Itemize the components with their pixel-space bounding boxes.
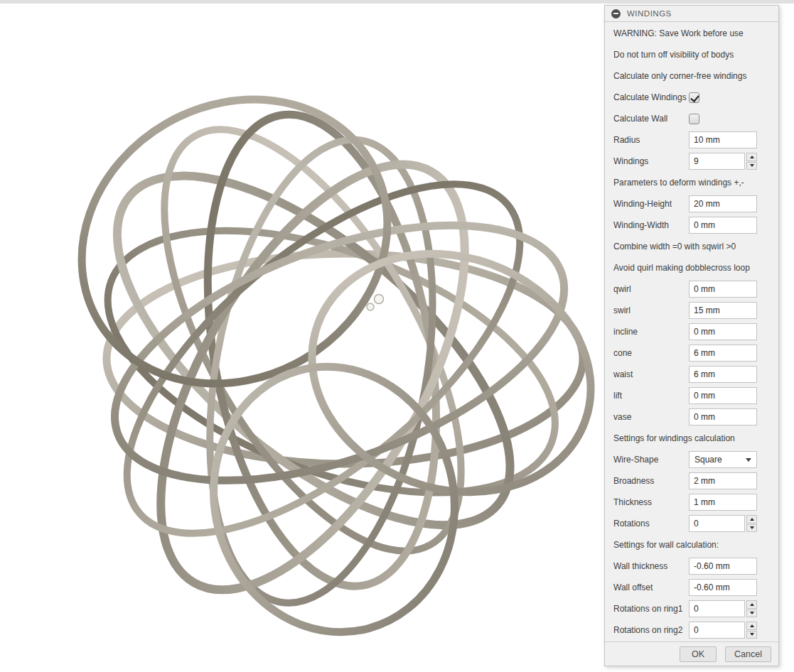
row-wire-shape: Wire-Shape Square bbox=[605, 449, 778, 470]
row-incline: incline bbox=[605, 321, 778, 342]
row-thickness: Thickness bbox=[605, 492, 778, 513]
cone-input[interactable] bbox=[689, 345, 757, 362]
broadness-label: Broadness bbox=[613, 476, 689, 486]
rotations-input[interactable] bbox=[689, 515, 745, 532]
dialog-footer: OK Cancel bbox=[605, 641, 778, 666]
row-rotations-ring2: Rotations on ring2 bbox=[605, 619, 778, 641]
calculate-windings-checkbox[interactable] bbox=[689, 92, 699, 103]
note-visibility: Do not turn off visibility of bodys bbox=[613, 50, 734, 60]
calculate-wall-label: Calculate Wall bbox=[613, 114, 689, 124]
rotations-spin-up[interactable] bbox=[746, 515, 757, 524]
row-calculate-windings: Calculate Windings bbox=[605, 87, 778, 108]
dialog-title: WINDINGS bbox=[627, 9, 672, 18]
wire-shape-value: Square bbox=[694, 455, 722, 465]
caret-up-icon bbox=[750, 518, 754, 521]
calculate-windings-label: Calculate Windings bbox=[613, 92, 689, 102]
section-windings-calc: Settings for windings calculation bbox=[613, 433, 735, 443]
windings-input[interactable] bbox=[689, 153, 745, 170]
row-wall-thickness: Wall thickness bbox=[605, 556, 778, 577]
windings-model bbox=[0, 4, 604, 672]
row-vase: vase bbox=[605, 406, 778, 428]
row-wall-offset: Wall offset bbox=[605, 577, 778, 598]
note-warning: WARNING: Save Work before use bbox=[613, 28, 744, 38]
section-combine: Combine width =0 with sqwirl >0 bbox=[613, 242, 736, 251]
windings-spin-up[interactable] bbox=[746, 153, 757, 161]
row-waist: waist bbox=[605, 364, 778, 385]
rotations-spin-down[interactable] bbox=[746, 524, 757, 533]
incline-label: incline bbox=[613, 327, 689, 337]
rotations-ring1-label: Rotations on ring1 bbox=[613, 604, 689, 614]
row-swirl: swirl bbox=[605, 300, 778, 321]
winding-height-input[interactable] bbox=[689, 195, 757, 212]
section-wall-calc: Settings for wall calculation: bbox=[613, 540, 719, 550]
rotations-label: Rotations bbox=[613, 519, 689, 529]
qwirl-label: qwirl bbox=[613, 284, 689, 294]
caret-up-icon bbox=[750, 603, 754, 606]
rotations-ring2-input[interactable] bbox=[689, 622, 745, 639]
wall-thickness-label: Wall thickness bbox=[613, 561, 689, 571]
radius-label: Radius bbox=[613, 135, 689, 145]
wall-offset-label: Wall offset bbox=[613, 582, 689, 592]
windings-spin-down[interactable] bbox=[746, 162, 757, 170]
caret-down-icon bbox=[750, 612, 754, 614]
ring2-spin-down[interactable] bbox=[746, 631, 757, 639]
lift-label: lift bbox=[613, 391, 689, 401]
cancel-button[interactable]: Cancel bbox=[725, 646, 771, 662]
section-avoid: Avoid quirl making dobblecross loop bbox=[613, 263, 750, 273]
winding-width-label: Winding-Width bbox=[613, 220, 689, 230]
row-broadness: Broadness bbox=[605, 470, 778, 492]
row-calculate-wall: Calculate Wall bbox=[605, 108, 778, 129]
vase-label: vase bbox=[613, 412, 689, 422]
wall-offset-input[interactable] bbox=[689, 579, 757, 596]
vase-input[interactable] bbox=[689, 408, 757, 426]
qwirl-input[interactable] bbox=[689, 281, 757, 298]
row-cone: cone bbox=[605, 342, 778, 364]
caret-down-icon bbox=[746, 458, 751, 462]
row-winding-width: Winding-Width bbox=[605, 215, 778, 236]
winding-width-input[interactable] bbox=[689, 217, 757, 234]
calculate-wall-checkbox[interactable] bbox=[689, 114, 699, 124]
viewport-3d[interactable] bbox=[0, 4, 604, 672]
row-winding-height: Winding-Height bbox=[605, 193, 778, 215]
incline-input[interactable] bbox=[689, 323, 757, 340]
row-rotations-ring1: Rotations on ring1 bbox=[605, 598, 778, 619]
ring1-spin-down[interactable] bbox=[746, 609, 757, 618]
thickness-input[interactable] bbox=[689, 494, 757, 511]
row-qwirl: qwirl bbox=[605, 278, 778, 300]
cone-label: cone bbox=[613, 348, 689, 358]
thickness-label: Thickness bbox=[613, 497, 689, 507]
row-rotations: Rotations bbox=[605, 513, 778, 534]
waist-label: waist bbox=[613, 369, 689, 379]
rotations-ring2-label: Rotations on ring2 bbox=[613, 625, 689, 635]
caret-up-icon bbox=[750, 624, 754, 627]
caret-down-icon bbox=[750, 633, 754, 636]
note-cornerfree: Calculate only corner-free windings bbox=[613, 71, 746, 81]
swirl-input[interactable] bbox=[689, 302, 757, 319]
dialog-body: WARNING: Save Work before use Do not tur… bbox=[605, 23, 778, 641]
radius-input[interactable] bbox=[689, 131, 757, 148]
ring1-spin-up[interactable] bbox=[746, 600, 757, 609]
winding-height-label: Winding-Height bbox=[613, 199, 689, 209]
windings-dialog: WINDINGS WARNING: Save Work before use D… bbox=[604, 5, 779, 666]
row-windings: Windings bbox=[605, 151, 778, 172]
dialog-header: WINDINGS bbox=[605, 6, 778, 22]
swirl-label: swirl bbox=[613, 305, 689, 315]
caret-down-icon bbox=[750, 164, 754, 167]
caret-up-icon bbox=[750, 156, 754, 158]
row-radius: Radius bbox=[605, 129, 778, 151]
wire-shape-select[interactable]: Square bbox=[689, 451, 757, 468]
rotations-ring1-input[interactable] bbox=[689, 600, 745, 617]
broadness-input[interactable] bbox=[689, 472, 757, 489]
row-lift: lift bbox=[605, 385, 778, 406]
section-deform: Parameters to deform windings +,- bbox=[613, 178, 744, 188]
lift-input[interactable] bbox=[689, 387, 757, 404]
minus-circle-icon[interactable] bbox=[611, 9, 621, 18]
waist-input[interactable] bbox=[689, 366, 757, 383]
caret-down-icon bbox=[750, 526, 754, 529]
ring2-spin-up[interactable] bbox=[746, 622, 757, 630]
wire-shape-label: Wire-Shape bbox=[613, 455, 689, 465]
windings-label: Windings bbox=[613, 156, 689, 166]
ok-button[interactable]: OK bbox=[680, 646, 717, 662]
wall-thickness-input[interactable] bbox=[689, 558, 757, 575]
